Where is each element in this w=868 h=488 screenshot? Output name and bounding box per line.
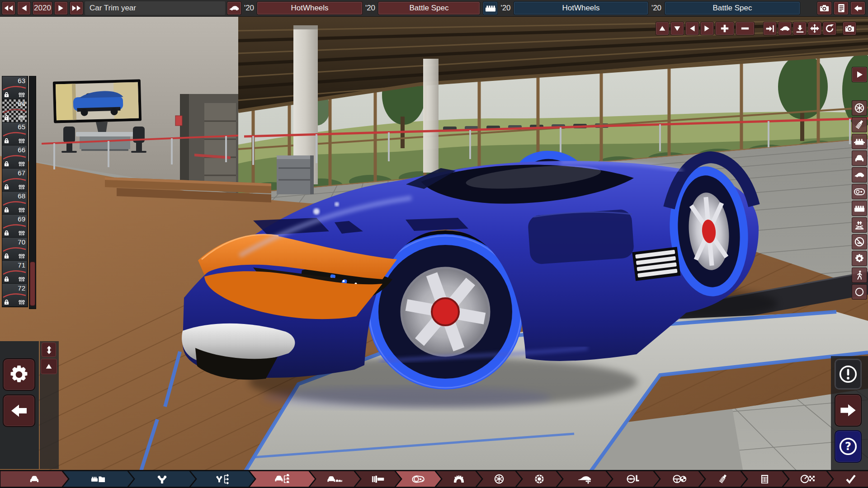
body-style-list: 63646566676869707172 (2, 76, 35, 308)
tab-interior[interactable] (606, 471, 660, 488)
engine-bay-view-button[interactable] (852, 134, 867, 149)
engine-icon (854, 205, 865, 212)
lift-disabled-button[interactable] (852, 234, 867, 249)
tab-engine-variant[interactable] (127, 471, 196, 488)
go-back-button[interactable] (3, 394, 35, 427)
lock-icon (4, 230, 9, 236)
tab-engine-tree[interactable] (189, 471, 255, 488)
body-style-item[interactable]: 69 (2, 215, 27, 238)
gears-pair-icon (18, 115, 25, 121)
car-side-icon (854, 172, 864, 178)
engine-family-name-button[interactable]: HotWheels (514, 1, 648, 15)
gear-icon (9, 364, 29, 385)
trim-name-button[interactable]: Battle Spec (378, 1, 480, 15)
engine-variant-year-badge: '20 (650, 1, 663, 15)
orbit-icon (855, 287, 864, 296)
first-year-button[interactable] (2, 1, 15, 15)
body-list-scrollbar[interactable] (29, 76, 36, 309)
reset-camera-button[interactable] (823, 22, 836, 35)
engine-variant-name-button[interactable]: Battle Spec (665, 1, 800, 15)
engine-family-button[interactable] (483, 1, 498, 15)
camera-icon (845, 25, 854, 32)
engine-view-button[interactable] (852, 201, 867, 216)
walk-mode-button[interactable] (852, 267, 867, 283)
tab-car-family[interactable] (0, 471, 69, 488)
gears-pair-icon (18, 253, 25, 259)
body-style-item[interactable]: 65 (2, 122, 27, 145)
body-style-item[interactable]: 71 (2, 261, 27, 284)
car-icon (229, 5, 239, 11)
zoom-out-button[interactable] (736, 22, 755, 35)
scrollbar-thumb[interactable] (30, 262, 35, 306)
top-bar: 2020 Car Trim year '20 HotWheels '20 Bat… (0, 0, 868, 17)
body-item-number: 71 (18, 261, 25, 269)
back-button[interactable] (850, 1, 865, 15)
scene-settings-button[interactable] (852, 251, 867, 266)
body-style-item[interactable]: 64 (2, 99, 27, 122)
double-left-icon (4, 5, 14, 12)
tab-engine-family[interactable] (62, 471, 134, 488)
body-style-item[interactable]: 67 (2, 169, 27, 192)
rotate-up-button[interactable] (656, 22, 669, 35)
last-year-button[interactable] (70, 1, 83, 15)
platform-raise-lower-button[interactable] (42, 343, 56, 357)
gears-pair-icon (18, 207, 25, 213)
orbit-mode-button[interactable] (852, 284, 867, 300)
suspension-view-button[interactable] (852, 117, 867, 132)
tab-drivetrain[interactable] (653, 471, 705, 488)
previous-year-button[interactable] (17, 1, 31, 15)
zoom-in-button[interactable] (715, 22, 734, 35)
next-year-button[interactable] (54, 1, 68, 15)
tab-trim-tree[interactable] (249, 471, 316, 488)
photo-mode-button[interactable] (817, 1, 832, 15)
snap-to-side-button[interactable] (763, 22, 777, 35)
svg-text:?: ? (845, 440, 851, 453)
tab-test-results[interactable] (782, 471, 833, 488)
lock-icon (4, 184, 9, 190)
body-style-item[interactable]: 72 (2, 284, 27, 307)
bottom-tab-bar (0, 470, 868, 488)
body-style-item[interactable]: 70 (2, 238, 27, 261)
lock-icon (4, 115, 9, 121)
car-model-name-button[interactable]: HotWheels (257, 1, 363, 15)
design-summary-button[interactable] (834, 1, 849, 15)
engine-detail-icon (854, 138, 865, 145)
focus-car-button[interactable] (778, 22, 792, 35)
platform-up-button[interactable] (41, 359, 57, 374)
trim-year-value[interactable]: 2020 (33, 1, 52, 15)
tab-aero-cooling[interactable] (556, 471, 613, 488)
screenshot-button[interactable] (843, 22, 856, 35)
test-drive-button[interactable] (852, 67, 867, 82)
car-model-button[interactable] (227, 1, 241, 15)
rotate-right-button[interactable] (700, 22, 714, 35)
car-front-view-button[interactable] (852, 150, 867, 166)
viewport-3d[interactable] (0, 0, 868, 488)
car-side-icon (780, 25, 790, 32)
engine-year-badge: '20 (500, 1, 512, 15)
rotate-ccw-icon (825, 24, 834, 33)
wheels-view-button[interactable] (852, 100, 867, 116)
up-down-arrow-icon (46, 346, 52, 354)
lock-icon (4, 161, 9, 167)
drop-to-ground-button[interactable] (793, 22, 807, 35)
rotate-down-button[interactable] (670, 22, 684, 35)
lift-raise-button[interactable] (852, 217, 867, 233)
dashboard-view-button[interactable] (852, 184, 867, 199)
dashboard-icon (854, 188, 865, 195)
body-style-item[interactable]: 66 (2, 145, 27, 169)
gears-pair-icon (18, 300, 25, 305)
rotate-left-button[interactable] (685, 22, 699, 35)
play-icon (855, 70, 864, 79)
warnings-button[interactable] (835, 359, 862, 389)
continue-button[interactable] (835, 394, 862, 427)
body-style-item[interactable]: 63 (2, 76, 27, 99)
body-list-items: 63646566676869707172 (2, 76, 28, 307)
car-side-view-button[interactable] (852, 167, 867, 183)
workshop-settings-button[interactable] (3, 358, 35, 391)
tab-car-bodies[interactable] (309, 471, 361, 488)
lock-icon (4, 207, 9, 213)
free-camera-button[interactable] (808, 22, 821, 35)
body-item-number: 69 (18, 215, 25, 223)
help-button[interactable]: ? (835, 430, 862, 463)
body-style-item[interactable]: 68 (2, 192, 27, 215)
